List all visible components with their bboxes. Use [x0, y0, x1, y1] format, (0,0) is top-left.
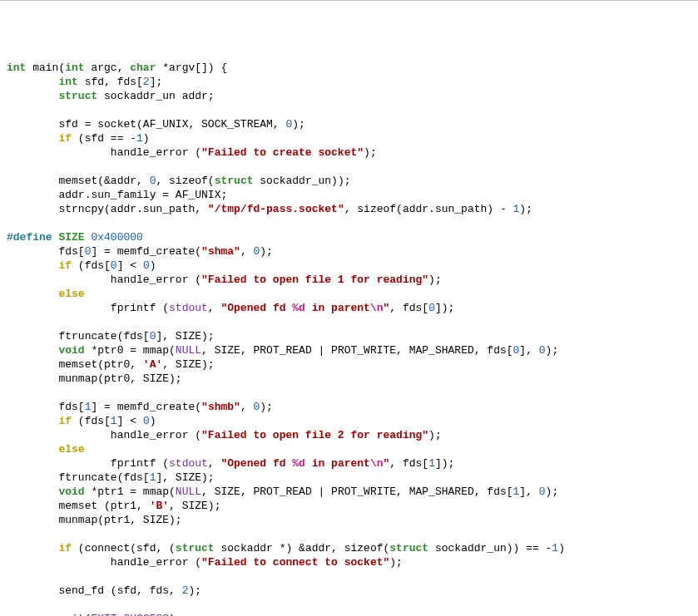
string-literal: in parent	[305, 302, 370, 314]
code-line: munmap(ptr0, SIZE);	[7, 372, 182, 385]
code-line: handle_error ("Failed to connect to sock…	[7, 556, 403, 569]
code-line: void *ptr0 = mmap(NULL, SIZE, PROT_READ …	[7, 344, 558, 357]
number: 2	[143, 76, 150, 88]
keyword-if: if	[58, 132, 72, 145]
number: 0	[428, 302, 435, 314]
code-line: addr.sun_family = AF_UNIX;	[7, 189, 227, 201]
string-literal: "shma"	[201, 245, 240, 258]
const-stdout: stdout	[169, 457, 208, 470]
string-literal: "Opened fd	[220, 457, 292, 470]
code-line: fds[0] = memfd_create("shma", 0);	[7, 245, 273, 258]
code-line: fprintf (stdout, "Opened fd %d in parent…	[7, 302, 454, 314]
char-literal: 'B'	[150, 500, 169, 512]
code-line: else	[7, 443, 85, 456]
code-line: if (connect(sfd, (struct sockaddr *) &ad…	[7, 542, 565, 554]
string-literal: "Opened fd	[220, 302, 292, 314]
number: 0x400000	[91, 231, 142, 244]
escape-newline: \n	[370, 457, 384, 470]
code-line: handle_error ("Failed to open file 1 for…	[7, 274, 442, 286]
code-line: struct sockaddr_un addr;	[7, 90, 215, 102]
number: 1	[136, 132, 143, 145]
code-line: int main(int argc, char *argv[]) {	[7, 62, 227, 74]
number: 1	[111, 415, 117, 427]
string-literal: in parent	[305, 457, 370, 470]
keyword-struct: struct	[58, 90, 97, 102]
preproc-define: #define	[7, 231, 52, 244]
keyword-if: if	[58, 259, 72, 272]
code-block: int main(int argc, char *argv[]) { int s…	[7, 61, 691, 616]
number: 0	[143, 415, 150, 427]
code-line: strncpy(addr.sun_path, "/tmp/fd-pass.soc…	[7, 203, 532, 215]
keyword-if: if	[58, 415, 72, 427]
keyword-void: void	[58, 485, 84, 498]
code-line: fprintf (stdout, "Opened fd %d in parent…	[7, 457, 454, 470]
const-stdout: stdout	[169, 302, 208, 314]
keyword-int: int	[65, 62, 84, 74]
string-literal: "Failed to open file 2 for reading"	[201, 429, 428, 441]
char-literal: 'A'	[143, 358, 162, 371]
code-line: else	[7, 288, 85, 300]
const-null: NULL	[176, 344, 201, 357]
number: 1	[428, 457, 435, 470]
string-literal: "/tmp/fd-pass.socket"	[208, 203, 344, 215]
code-line: #define SIZE 0x400000	[7, 231, 143, 244]
code-line: fds[1] = memfd_create("shmb", 0);	[7, 401, 273, 413]
code-line: void *ptr1 = mmap(NULL, SIZE, PROT_READ …	[7, 485, 558, 498]
format-spec: %d	[292, 457, 305, 470]
keyword-if: if	[58, 542, 72, 554]
number: 0	[111, 259, 117, 272]
keyword-struct: struct	[389, 542, 428, 554]
keyword-struct: struct	[176, 542, 215, 554]
string-literal: "Failed to connect to socket"	[201, 556, 389, 569]
code-line: handle_error ("Failed to create socket")…	[7, 146, 377, 159]
code-line: memset(&addr, 0, sizeof(struct sockaddr_…	[7, 175, 351, 187]
keyword-else: else	[58, 288, 84, 300]
code-line: memset (ptr1, 'B', SIZE);	[7, 500, 220, 512]
keyword-struct: struct	[215, 175, 254, 187]
code-line: memset(ptr0, 'A', SIZE);	[7, 358, 215, 371]
code-line: if (fds[1] < 0)	[7, 415, 156, 427]
keyword-int: int	[7, 62, 26, 74]
number: 1	[552, 542, 558, 554]
number: 0	[539, 344, 546, 357]
code-line: exit(EXIT_SUCCESS);	[7, 613, 182, 616]
code-line: sfd = socket(AF_UNIX, SOCK_STREAM, 0);	[7, 118, 305, 131]
string-literal: "shmb"	[201, 401, 240, 413]
code-line: send_fd (sfd, fds, 2);	[7, 584, 201, 597]
format-spec: %d	[292, 302, 305, 314]
code-line: handle_error ("Failed to open file 2 for…	[7, 429, 442, 441]
escape-newline: \n	[370, 302, 384, 314]
keyword-void: void	[58, 344, 84, 357]
define-name: SIZE	[58, 231, 84, 244]
code-line: ftruncate(fds[1], SIZE);	[7, 471, 215, 484]
keyword-char: char	[130, 62, 156, 74]
code-line: munmap(ptr1, SIZE);	[7, 514, 182, 526]
number: 0	[539, 485, 546, 498]
keyword-else: else	[58, 443, 84, 456]
keyword-int: int	[58, 76, 77, 88]
string-literal: "Failed to open file 1 for reading"	[201, 274, 428, 286]
code-line: ftruncate(fds[0], SIZE);	[7, 330, 215, 342]
string-literal: "Failed to create socket"	[201, 146, 364, 159]
code-line: if (sfd == -1)	[7, 132, 150, 145]
const-null: NULL	[176, 485, 201, 498]
const-exit-success: EXIT_SUCCESS	[91, 613, 169, 616]
code-line: int sfd, fds[2];	[7, 76, 162, 88]
number: 0	[143, 259, 150, 272]
code-line: if (fds[0] < 0)	[7, 259, 156, 272]
